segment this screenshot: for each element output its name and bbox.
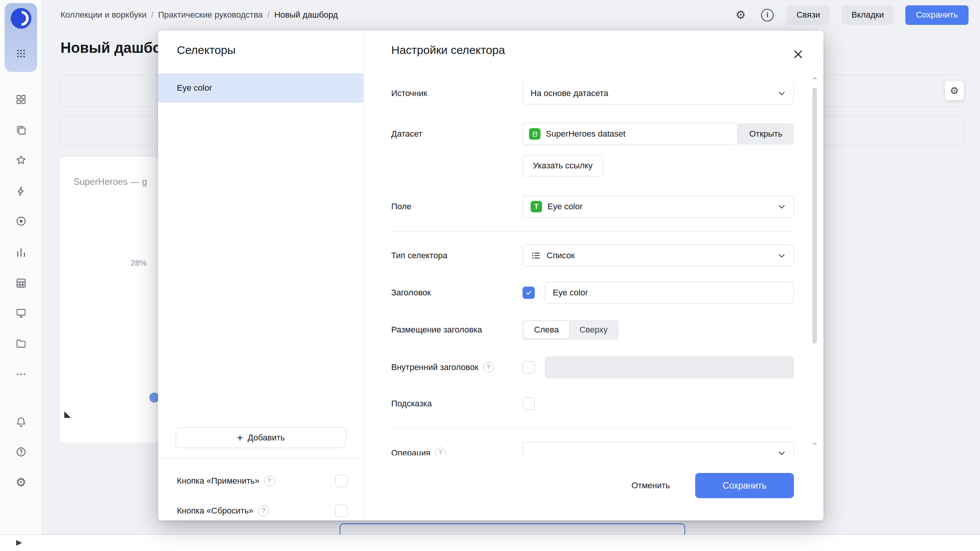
help-icon[interactable] xyxy=(264,476,275,486)
help-icon[interactable] xyxy=(258,505,269,516)
selector-list-item[interactable]: Eye color xyxy=(158,73,364,103)
datalens-logo-icon[interactable] xyxy=(11,8,31,29)
chevron-down-icon xyxy=(777,88,787,98)
operation-select[interactable] xyxy=(523,442,794,455)
question-icon xyxy=(15,446,27,458)
chevron-down-icon xyxy=(777,251,787,261)
title-input[interactable] xyxy=(545,282,794,304)
all-services-grid-icon[interactable] xyxy=(13,45,29,62)
save-dashboard-button[interactable]: Сохранить xyxy=(905,5,969,25)
placement-option-left[interactable]: Слева xyxy=(524,321,569,339)
table-icon xyxy=(15,277,27,289)
sidebar-item-workbooks[interactable] xyxy=(13,122,29,139)
breadcrumb-separator: / xyxy=(267,10,270,20)
breadcrumb-current: Новый дашборд xyxy=(274,10,338,20)
selector-type-label: Тип селектора xyxy=(391,251,523,261)
selector-type-select[interactable]: Список xyxy=(523,245,794,267)
hint-label: Подсказка xyxy=(391,399,523,409)
hint-row: Подсказка xyxy=(364,398,823,409)
dataset-row: Датасет SuperHeroes dataset Открыть xyxy=(364,123,823,145)
source-select[interactable]: На основе датасета xyxy=(523,83,794,104)
placement-segmented-control: Слева Сверху xyxy=(523,320,619,340)
widget-settings-button[interactable] xyxy=(945,81,964,100)
inner-title-row: Внутренний заголовок xyxy=(364,357,823,378)
workbooks-icon xyxy=(15,124,27,136)
folder-icon xyxy=(15,338,27,349)
sidebar-item-help[interactable] xyxy=(13,443,29,460)
gear-icon xyxy=(950,85,959,97)
monitor-icon xyxy=(15,307,27,319)
breadcrumb-workbook[interactable]: Практические руководства xyxy=(158,10,263,20)
save-selector-button[interactable]: Сохранить xyxy=(695,473,794,498)
placement-label: Размещение заголовка xyxy=(391,325,523,335)
settings-form: Источник На основе датасета Датасет Supe… xyxy=(364,83,823,455)
operation-row: Операция xyxy=(364,442,823,455)
inner-title-checkbox[interactable] xyxy=(523,361,535,373)
info-button[interactable] xyxy=(760,7,775,23)
dataset-green-icon xyxy=(529,128,541,140)
monitoring-icon xyxy=(15,215,27,227)
selector-list-item-label: Eye color xyxy=(177,83,212,93)
breadcrumb: Коллекции и воркбуки / Практические руко… xyxy=(60,10,338,20)
source-label: Источник xyxy=(391,88,523,98)
cancel-button[interactable]: Отменить xyxy=(625,477,676,494)
resize-corner-icon[interactable] xyxy=(64,411,71,418)
title-checkbox[interactable] xyxy=(523,287,535,299)
dataset-link-row: Указать ссылку xyxy=(364,155,823,176)
chart-widget-title: SuperHeroes — g xyxy=(74,176,147,187)
expand-sidebar-icon[interactable]: ▶ xyxy=(16,538,22,547)
reset-button-row: Кнопка «Сбросить» xyxy=(177,501,348,520)
chart-data-label: 28% xyxy=(131,258,147,267)
sidebar-item-presentations[interactable] xyxy=(13,305,29,321)
sidebar-item-functions[interactable] xyxy=(13,183,29,200)
tabs-button[interactable]: Вкладки xyxy=(841,5,893,25)
sidebar-item-charts[interactable] xyxy=(13,244,29,261)
close-button[interactable] xyxy=(791,47,805,61)
open-dataset-button[interactable]: Открыть xyxy=(738,123,794,145)
gear-icon xyxy=(735,8,746,21)
help-icon[interactable] xyxy=(483,362,494,373)
star-icon xyxy=(15,154,27,166)
app: Коллекции и воркбуки / Практические руко… xyxy=(0,0,980,551)
sidebar-item-datasets[interactable] xyxy=(13,275,29,292)
placement-row: Размещение заголовка Слева Сверху xyxy=(364,319,823,341)
breadcrumb-collections[interactable]: Коллекции и воркбуки xyxy=(60,10,147,20)
inner-title-input[interactable] xyxy=(545,356,794,378)
title-row: Заголовок xyxy=(364,282,823,303)
sidebar-item-settings[interactable] xyxy=(13,474,29,491)
info-icon xyxy=(761,9,774,21)
scroll-down-icon[interactable] xyxy=(811,440,818,448)
spacer xyxy=(158,103,364,427)
close-icon xyxy=(792,49,804,60)
placement-option-top[interactable]: Сверху xyxy=(569,321,618,339)
apply-button-checkbox[interactable] xyxy=(335,475,348,487)
relations-button[interactable]: Связи xyxy=(787,5,830,25)
operation-label: Операция xyxy=(391,448,431,455)
sidebar-item-notifications[interactable] xyxy=(13,413,29,430)
sidebar-item-favorites[interactable] xyxy=(13,152,29,168)
settings-panel: Настройки селектора Источник На основе д… xyxy=(364,31,823,520)
selector-settings-modal: Селекторы Eye color Добавить Кнопка «При… xyxy=(158,31,823,520)
add-selector-button[interactable]: Добавить xyxy=(176,427,346,448)
scrollbar-thumb[interactable] xyxy=(812,88,817,344)
divider xyxy=(391,429,794,429)
hint-checkbox[interactable] xyxy=(523,398,535,410)
field-select[interactable]: Eye color xyxy=(523,196,794,218)
dataset-field[interactable]: SuperHeroes dataset xyxy=(523,123,738,145)
field-row: Поле Eye color xyxy=(364,196,823,217)
breadcrumb-separator: / xyxy=(151,10,154,20)
reset-button-checkbox[interactable] xyxy=(335,505,348,517)
apply-button-row: Кнопка «Применить» xyxy=(177,471,348,491)
sidebar-item-dashboards[interactable] xyxy=(13,91,29,108)
specify-link-button[interactable]: Указать ссылку xyxy=(523,155,603,176)
scroll-up-icon[interactable] xyxy=(811,75,818,83)
sidebar-item-storage[interactable] xyxy=(13,335,29,352)
dataset-name: SuperHeroes dataset xyxy=(546,129,626,139)
help-icon[interactable] xyxy=(435,448,446,455)
sidebar-item-more[interactable] xyxy=(13,366,29,383)
check-icon xyxy=(525,289,532,297)
sidebar-item-monitoring[interactable] xyxy=(13,213,29,230)
bottom-bar: ▶ xyxy=(0,535,980,551)
ellipsis-icon xyxy=(15,368,27,380)
dashboard-settings-button[interactable] xyxy=(733,7,748,23)
